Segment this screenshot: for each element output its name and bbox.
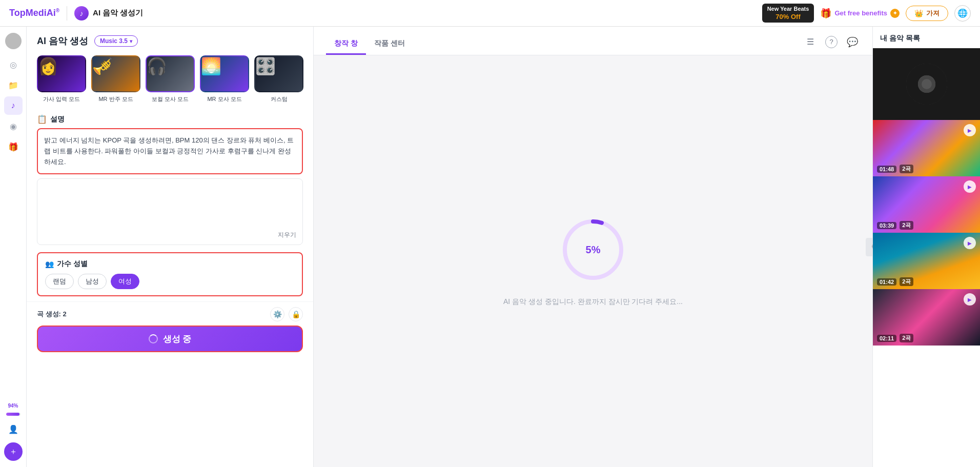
mode-thumb-img-mr: 🎺 xyxy=(91,55,140,92)
sidebar-icon-compass[interactable]: ◎ xyxy=(4,55,23,74)
description-text: 밝고 에너지 넘치는 KPOP 곡을 생성하려면, BPM 120의 댄스 장르… xyxy=(44,135,296,167)
gear-icon: ⚙️ xyxy=(273,310,282,318)
header: TopMediATopMediAii® ♪ AI 음악 생성기 New Year… xyxy=(0,0,980,27)
sidebar-icon-gift[interactable]: 🎁 xyxy=(4,137,23,156)
gen-icons: ⚙️ 🔒 xyxy=(270,307,303,321)
gen-count-label: 곡 생성: 2 xyxy=(37,310,67,319)
mode-thumb-lyrics[interactable]: 👩 가사 입력 모드 xyxy=(37,55,86,103)
description-icon: 📋 xyxy=(37,114,47,124)
app-icon-wrap: ♪ AI 음악 생성기 xyxy=(74,6,143,21)
music-item-4[interactable]: ▶ 01:42 2곡 xyxy=(873,233,980,289)
vinyl-inner xyxy=(922,79,932,89)
discord-btn[interactable]: 💬 xyxy=(845,34,860,50)
sidebar-icon-user[interactable]: 👤 xyxy=(4,420,23,438)
brand-name: TopMediATopMediAii xyxy=(9,8,56,18)
free-benefits-label: Get free benefits xyxy=(834,9,887,17)
generate-section: 곡 생성: 2 ⚙️ 🔒 생성 중 xyxy=(27,301,313,357)
play-icon-3[interactable]: ▶ xyxy=(964,180,976,193)
mode-thumb-img-mr-imitate: 🌅 xyxy=(200,55,249,92)
sidebar-icon-music[interactable]: ♪ xyxy=(4,96,23,115)
sidebar-icon-plus[interactable]: ＋ xyxy=(4,442,23,461)
sidebar-progress-bar xyxy=(6,413,21,416)
gender-buttons: 랜덤 남성 여성 xyxy=(45,274,295,289)
music-thumb-3: ▶ 03:39 2곡 xyxy=(873,176,980,233)
help-btn[interactable]: ? xyxy=(825,36,838,48)
gender-header: 👥 가수 성별 xyxy=(45,259,295,269)
spinner-icon xyxy=(149,334,158,343)
music-thumb-1 xyxy=(873,48,980,120)
music-meta-2: 01:48 2곡 xyxy=(877,165,913,173)
right-panel-header: 내 음악 목록 xyxy=(873,27,980,48)
mode-label-mr-imitate: MR 모사 모드 xyxy=(207,95,241,103)
generating-message: AI 음악 생성 중입니다. 완료까지 잠시만 기다려 주세요... xyxy=(503,297,683,307)
gen-count-value: 2 xyxy=(63,310,67,318)
vinyl-icon xyxy=(906,64,947,105)
center-header: 창작 창 작품 센터 ☰ ? 💬 xyxy=(314,27,872,55)
generate-button[interactable]: 생성 중 xyxy=(37,326,303,352)
promo-off: 70% Off xyxy=(775,13,800,21)
app-icon: ♪ xyxy=(74,6,89,21)
play-icon-5[interactable]: ▶ xyxy=(964,293,976,306)
upgrade-button[interactable]: 👑 가져 xyxy=(906,6,948,21)
description-section: 📋 설명 밝고 에너지 넘치는 KPOP 곡을 생성하려면, BPM 120의 … xyxy=(27,110,313,249)
progress-circle: 5% xyxy=(560,216,626,283)
help-icon: ? xyxy=(829,38,833,46)
progress-percent-text: 5% xyxy=(586,243,601,255)
mode-thumb-custom[interactable]: 🎛️ 커스텀 xyxy=(254,55,303,103)
header-divider xyxy=(67,6,67,21)
music-item-5[interactable]: ▶ 02:11 2곡 xyxy=(873,289,980,346)
list-view-btn[interactable]: ☰ xyxy=(803,34,818,50)
music-item-1[interactable] xyxy=(873,48,980,120)
center-tabs: 창작 창 작품 센터 xyxy=(326,34,413,55)
globe-icon: 🌐 xyxy=(957,8,968,18)
mode-thumb-img-lyrics: 👩 xyxy=(37,55,86,92)
mode-thumb-vocal[interactable]: 🎧 보컬 모사 모드 xyxy=(146,55,195,103)
gender-btn-male[interactable]: 남성 xyxy=(78,274,107,289)
tab-works[interactable]: 작품 센터 xyxy=(366,34,413,55)
left-panel-header: AI 음악 생성 Music 3.5 ▾ xyxy=(27,27,313,51)
generate-btn-label: 생성 중 xyxy=(163,333,192,345)
play-icon-2[interactable]: ▶ xyxy=(964,124,976,136)
sidebar-icon-circle[interactable]: ◉ xyxy=(4,117,23,135)
panel-title: AI 음악 생성 xyxy=(37,35,88,47)
music-count-4: 2곡 xyxy=(900,277,913,286)
gen-lock-btn[interactable]: 🔒 xyxy=(289,307,303,321)
free-benefits-btn[interactable]: 🎁 Get free benefits ✦ xyxy=(820,8,900,19)
gender-icon: 👥 xyxy=(45,260,54,268)
app-title: AI 음악 생성기 xyxy=(93,8,143,18)
sidebar-progress-label: 94% xyxy=(8,403,18,409)
lock-icon: 🔒 xyxy=(292,310,300,318)
sidebar-icon-folder[interactable]: 📁 xyxy=(4,76,23,94)
gender-btn-random[interactable]: 랜덤 xyxy=(45,274,74,289)
version-badge[interactable]: Music 3.5 ▾ xyxy=(94,35,138,47)
app-icon-symbol: ♪ xyxy=(80,9,84,17)
music-item-3[interactable]: ▶ 03:39 2곡 xyxy=(873,176,980,233)
mode-thumb-mr-imitate[interactable]: 🌅 MR 모사 모드 xyxy=(200,55,249,103)
mode-label-vocal: 보컬 모사 모드 xyxy=(152,95,189,103)
gender-btn-female[interactable]: 여성 xyxy=(111,274,139,289)
mode-label-mr: MR 반주 모드 xyxy=(98,95,133,103)
tab-creation[interactable]: 창작 창 xyxy=(326,34,366,55)
gender-title: 가수 성별 xyxy=(57,259,88,269)
version-label: Music 3.5 xyxy=(100,37,128,45)
gen-controls: 곡 생성: 2 ⚙️ 🔒 xyxy=(37,307,303,321)
music-item-2[interactable]: ▶ 01:48 2곡 xyxy=(873,120,980,176)
mode-thumb-mr[interactable]: 🎺 MR 반주 모드 xyxy=(91,55,140,103)
globe-button[interactable]: 🌐 xyxy=(954,5,971,22)
main-layout: ◎ 📁 ♪ ◉ 🎁 94% 👤 ＋ AI 음악 생성 Music 3.5 ▾ xyxy=(0,27,980,467)
mode-thumbnails: 👩 가사 입력 모드 🎺 MR 반주 모드 🎧 보컬 모사 모드 🌅 xyxy=(27,51,313,110)
section-title: 설명 xyxy=(50,115,65,124)
music-duration-5: 02:11 xyxy=(877,335,896,342)
lyrics-clear-btn[interactable]: 지우기 xyxy=(278,231,296,239)
music-duration-4: 01:42 xyxy=(877,278,896,286)
promo-banner[interactable]: New Year Beats 70% Off xyxy=(762,4,814,22)
lyrics-box[interactable]: 지우기 xyxy=(37,178,303,245)
music-count-5: 2곡 xyxy=(900,334,913,342)
promo-text-line1: New Year Beats xyxy=(767,6,809,12)
gen-gear-btn[interactable]: ⚙️ xyxy=(270,307,284,321)
list-icon: ☰ xyxy=(807,37,814,47)
music-count-3: 2곡 xyxy=(900,221,913,230)
header-right: New Year Beats 70% Off 🎁 Get free benefi… xyxy=(762,4,971,22)
play-icon-4[interactable]: ▶ xyxy=(964,237,976,249)
gender-section: 👥 가수 성별 랜덤 남성 여성 xyxy=(37,252,303,296)
